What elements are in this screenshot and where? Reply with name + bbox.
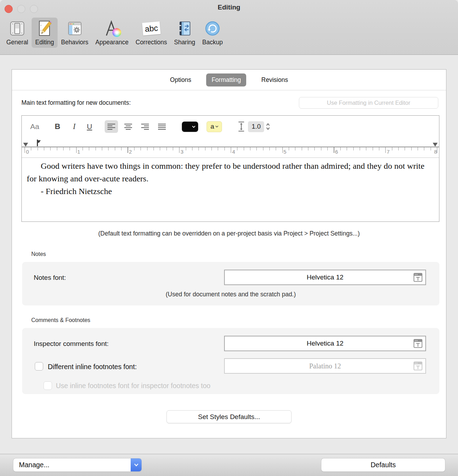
tab-bar: Options Formatting Revisions [12,70,446,90]
align-justify-button[interactable] [155,120,169,133]
use-inline-font-label: Use inline footnotes font for inspector … [56,382,210,390]
font-panel-icon [413,339,423,348]
ruler-number: 6 [335,149,338,155]
inspector-comments-font-field: Helvetica 12 [224,336,426,351]
manage-dropdown[interactable]: Manage... [13,458,142,471]
toolbar-item-sharing[interactable]: Sharing [170,18,198,48]
formatting-preview-frame: Aa B I U [21,115,439,222]
ruler-major-ticks [22,147,439,153]
italic-button[interactable]: I [73,122,76,131]
align-center-button[interactable] [122,120,135,133]
tab-formatting[interactable]: Formatting [206,73,246,86]
sample-attribution: - Friedrich Nietzsche [41,185,434,198]
comments-section-label: Comments & Footnotes [31,317,90,323]
manage-dropdown-cap [131,458,142,471]
first-line-indent-marker[interactable] [36,140,41,147]
right-indent-marker[interactable] [433,143,438,147]
manage-dropdown-value: Manage... [13,461,131,469]
editing-icon [36,20,53,37]
toolbar-label-behaviors: Behaviors [61,39,89,46]
use-inline-font-checkbox [44,381,52,390]
corrections-icon: abc [143,20,160,37]
appearance-icon [103,20,121,37]
highlight-color-button[interactable]: a [207,121,222,132]
line-spacing-stepper[interactable] [266,122,270,131]
ruler-number: 0 [26,149,29,155]
font-panel-icon [413,361,423,371]
ruler-number: 1 [77,149,80,155]
inline-footnotes-font-value: Palatino 12 [309,362,341,370]
different-footnotes-label: Different inline footnotes font: [48,363,137,371]
preferences-toolbar: General Editing [3,18,226,48]
ruler: 0 1 2 3 4 5 6 7 8 [22,137,439,158]
toolbar-label-appearance: Appearance [96,39,129,46]
bottom-bar: Manage... Defaults [0,454,458,476]
tab-options[interactable]: Options [165,73,196,86]
font-panel-icon [413,272,423,282]
ruler-number: 2 [129,149,132,155]
defaults-button[interactable]: Defaults [321,458,445,471]
general-icon [8,20,26,37]
ruler-number: 5 [283,149,286,155]
chevron-down-icon [134,463,139,467]
toolbar-label-general: General [6,39,28,46]
set-styles-defaults-button[interactable]: Set Styles Defaults... [166,410,292,423]
ruler-number: 4 [232,149,235,155]
notes-font-panel-button[interactable] [412,272,424,283]
inline-footnotes-font-panel-button [412,360,424,372]
line-spacing-icon[interactable] [238,121,244,132]
comments-section: Inspector comments font: Helvetica 12 Di… [22,328,439,394]
toolbar-label-corrections: Corrections [136,39,167,46]
chevron-down-icon [192,126,196,128]
align-left-button[interactable] [105,120,118,133]
toolbar-item-editing[interactable]: Editing [32,18,58,48]
sharing-icon [176,20,194,37]
backup-icon [204,20,221,37]
main-formatting-heading: Main text formatting for new documents: [21,99,131,107]
notes-font-field: Helvetica 12 [224,270,426,285]
toolbar-label-sharing: Sharing [174,39,195,46]
ruler-number: 3 [181,149,183,155]
use-formatting-button[interactable]: Use Formatting in Current Editor [299,97,438,109]
behaviors-icon [66,20,84,37]
toolbar-item-appearance[interactable]: Appearance [92,18,132,48]
underline-button[interactable]: U [87,122,92,131]
align-right-button[interactable] [138,120,152,133]
notes-section: Notes font: Helvetica 12 (Used for docum… [22,262,439,305]
override-note: (Default text formatting can be overridd… [12,230,446,237]
left-indent-marker[interactable] [23,143,28,147]
different-footnotes-checkbox[interactable] [35,362,43,371]
inspector-comments-font-label: Inspector comments font: [34,340,109,348]
format-toolbar: Aa B I U [22,116,439,137]
notes-font-label: Notes font: [34,274,66,282]
notes-font-value: Helvetica 12 [307,274,344,281]
chevron-down-icon [215,126,218,128]
line-spacing-value[interactable]: 1.0 [248,121,264,132]
alignment-group [105,120,169,133]
toolbar-item-corrections[interactable]: abc Corrections [132,18,170,48]
sample-quote: Good writers have two things in common: … [27,160,434,185]
corrections-icon-text: abc [144,23,158,34]
font-style-button[interactable]: Aa [30,122,39,131]
notes-hint: (Used for document notes and the scratch… [22,291,439,298]
toolbar-item-backup[interactable]: Backup [199,18,226,48]
notes-section-label: Notes [31,251,46,257]
toolbar-item-behaviors[interactable]: Behaviors [58,18,92,48]
text-color-well[interactable] [182,122,198,132]
preferences-pane: Options Formatting Revisions Main text f… [12,69,446,438]
inspector-comments-font-value: Helvetica 12 [307,340,344,347]
highlight-label: a [210,123,214,130]
ruler-number: 7 [387,149,390,155]
window-titlebar: Editing General [0,0,458,55]
inline-footnotes-font-field: Palatino 12 [224,358,426,374]
toolbar-label-backup: Backup [202,39,223,46]
ruler-number: 8 [434,149,437,155]
bold-button[interactable]: B [55,122,60,131]
toolbar-item-general[interactable]: General [3,18,32,48]
sample-text-area[interactable]: Good writers have two things in common: … [22,158,439,221]
tab-revisions[interactable]: Revisions [256,73,293,86]
inspector-comments-font-panel-button[interactable] [412,338,424,349]
toolbar-label-editing: Editing [35,39,54,46]
window-title: Editing [0,4,458,11]
